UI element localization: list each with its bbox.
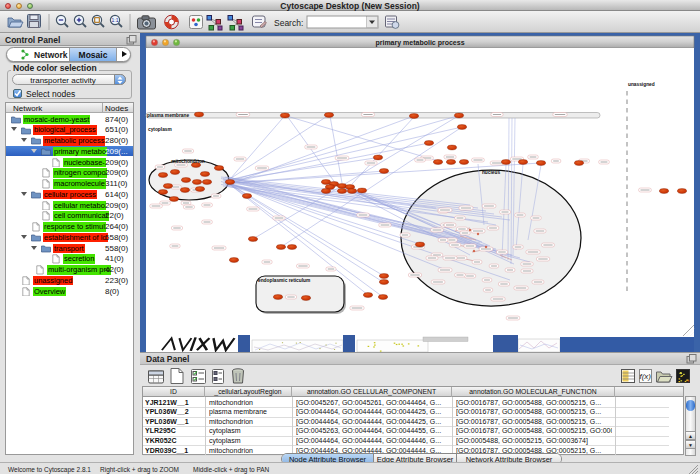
svg-text:f(x): f(x): [639, 372, 651, 381]
svg-text:1:1: 1:1: [112, 17, 119, 23]
svg-text:endoplasmic reticulum: endoplasmic reticulum: [258, 278, 310, 283]
svg-text:nucleus: nucleus: [482, 170, 500, 175]
svg-text:unassigned: unassigned: [628, 82, 655, 87]
svg-text:mitochondrion: mitochondrion: [171, 159, 205, 164]
svg-text:Search:: Search:: [274, 18, 303, 28]
svg-text:primary metabolic process: primary metabolic process: [375, 39, 464, 47]
svg-text:cytoplasm: cytoplasm: [148, 127, 172, 132]
svg-text:plasma membrane: plasma membrane: [147, 113, 189, 118]
